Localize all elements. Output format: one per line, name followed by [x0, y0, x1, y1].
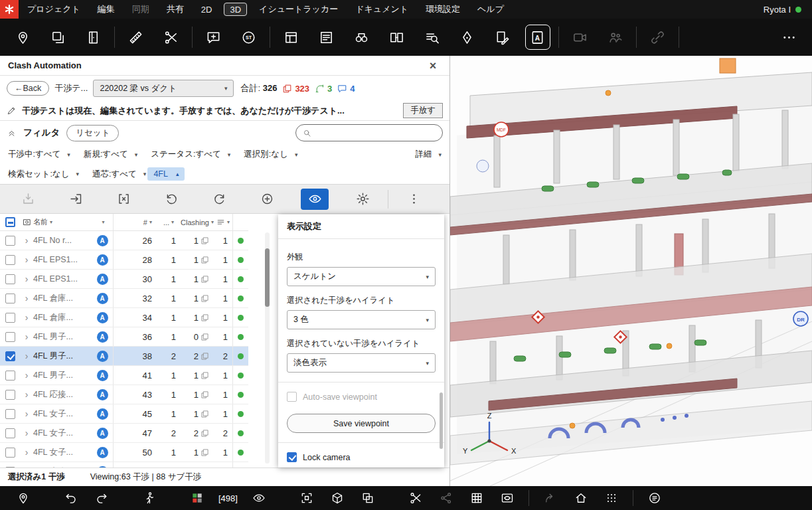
- rotate-cw-button[interactable]: [195, 187, 243, 212]
- menu-item-7[interactable]: ドキュメント: [347, 0, 417, 19]
- unselected-highlight-select[interactable]: 淡色表示▾: [287, 353, 436, 373]
- row-checkbox[interactable]: [5, 255, 15, 265]
- column-grouping[interactable]: ▾: [214, 214, 232, 230]
- close-icon[interactable]: ×: [424, 60, 442, 72]
- table-row[interactable]: ›4FL No r...A26111: [0, 231, 248, 250]
- row-checkbox[interactable]: [5, 351, 15, 361]
- table-row[interactable]: ›4FL EPS1...A28111: [0, 250, 248, 270]
- menu-item-6[interactable]: イシュートラッカー: [250, 0, 347, 19]
- lock-camera-checkbox[interactable]: Lock camera: [287, 452, 436, 462]
- row-expand-chevron[interactable]: ›: [25, 294, 29, 303]
- select-all-checkbox[interactable]: [5, 217, 15, 227]
- visibility-button[interactable]: [291, 187, 339, 212]
- search-list-button[interactable]: [414, 22, 449, 52]
- row-expand-chevron[interactable]: ›: [25, 428, 29, 438]
- row-expand-chevron[interactable]: ›: [25, 255, 29, 264]
- table-row[interactable]: ›4FL 倉庫...A34111: [0, 308, 248, 327]
- scrollbar-thumb[interactable]: [265, 248, 270, 307]
- table-row[interactable]: ›4FL EPS1...A30111: [0, 270, 248, 289]
- table-row[interactable]: ›4FL 男子...A38222: [0, 347, 248, 366]
- search-input[interactable]: [315, 128, 436, 138]
- brackets-x-button[interactable]: [100, 187, 147, 212]
- table-row[interactable]: ›4FL 男子...A36101: [0, 327, 248, 347]
- cube-button[interactable]: [322, 488, 353, 508]
- markup-button[interactable]: [41, 22, 76, 52]
- table-row[interactable]: ›4FL 女子...A50111: [0, 443, 248, 462]
- settings-button[interactable]: [339, 187, 386, 212]
- row-expand-chevron[interactable]: ›: [25, 351, 29, 361]
- add-group-button[interactable]: [243, 187, 291, 212]
- clash-automation-button[interactable]: A: [520, 22, 555, 52]
- table-row[interactable]: ›4FL 男子...A41111: [0, 366, 248, 385]
- sheet-compare-button[interactable]: [379, 22, 414, 52]
- home-button[interactable]: [566, 488, 596, 508]
- issue-list-button[interactable]: [309, 22, 344, 52]
- menu-item-4[interactable]: 2D: [193, 0, 221, 19]
- row-expand-chevron[interactable]: ›: [25, 313, 29, 322]
- binoculars-button[interactable]: [344, 22, 379, 52]
- viewport-3d[interactable]: MDF DR: [450, 56, 812, 486]
- frame-button[interactable]: [291, 488, 322, 508]
- filter-dropdown-2[interactable]: ステータス:すべて▾: [151, 149, 230, 160]
- row-checkbox[interactable]: [5, 236, 15, 246]
- visibility-button[interactable]: [244, 488, 274, 508]
- collapse-filters-icon[interactable]: [7, 128, 17, 138]
- release-button[interactable]: 手放す: [403, 103, 443, 118]
- marker-secondary[interactable]: [477, 160, 489, 172]
- filter-dropdown-0[interactable]: 干渉中:すべて▾: [8, 149, 70, 160]
- table-row[interactable]: ›4FL 倉庫...A32111: [0, 289, 248, 308]
- filter-dropdown2-1[interactable]: 通芯:すべて▾: [92, 169, 146, 180]
- clash-drop-button[interactable]: [449, 22, 485, 52]
- search-box[interactable]: [295, 124, 443, 141]
- filter-dropdown-1[interactable]: 新規:すべて▾: [84, 149, 137, 160]
- add-issue-button[interactable]: [196, 22, 231, 52]
- table-row[interactable]: ›4FL 女子...A45111: [0, 404, 248, 424]
- list-circle-button[interactable]: [639, 488, 670, 508]
- clash-counter[interactable]: [498]: [212, 493, 244, 503]
- table-row[interactable]: ›4FL 女子...A47222: [0, 424, 248, 443]
- marker-mdf[interactable]: MDF: [494, 122, 509, 137]
- grid-button[interactable]: [461, 488, 492, 508]
- menu-item-0[interactable]: プロジェクト: [19, 0, 89, 19]
- menu-item-8[interactable]: 環境設定: [417, 0, 469, 19]
- palette-button[interactable]: [182, 488, 212, 508]
- row-checkbox[interactable]: [5, 428, 15, 438]
- column-badge[interactable]: ▾: [92, 214, 113, 230]
- column-clashing[interactable]: Clashing▾: [181, 214, 214, 230]
- save-viewpoint-button[interactable]: Save viewpoint: [287, 414, 436, 433]
- details-dropdown[interactable]: 詳細▾: [415, 149, 442, 160]
- overlap-button[interactable]: [353, 488, 383, 508]
- more-button[interactable]: [771, 22, 807, 52]
- issue-cube-marker[interactable]: [720, 58, 736, 73]
- autosave-viewpoint-checkbox[interactable]: Auto-save viewpoint: [287, 392, 436, 402]
- marker-dr[interactable]: DR: [793, 311, 808, 326]
- row-expand-chevron[interactable]: ›: [25, 236, 29, 245]
- row-expand-chevron[interactable]: ›: [25, 371, 29, 380]
- door-button[interactable]: [76, 22, 111, 52]
- pin-button[interactable]: [5, 22, 41, 52]
- rotate-ccw-button[interactable]: [147, 187, 195, 212]
- vertical-scrollbar[interactable]: [265, 232, 270, 464]
- section-cut-button[interactable]: [400, 488, 431, 508]
- back-button[interactable]: ←Back: [7, 81, 49, 96]
- level-chip[interactable]: 4FL▴: [147, 167, 185, 181]
- row-checkbox[interactable]: [5, 409, 15, 419]
- filter-dropdown-3[interactable]: 選択別:なし▾: [244, 149, 297, 160]
- section-cut-button[interactable]: [153, 22, 189, 52]
- user-menu[interactable]: Ryota I: [764, 5, 812, 15]
- menu-item-5[interactable]: 3D: [224, 3, 247, 16]
- selected-highlight-select[interactable]: 3 色▾: [287, 310, 436, 329]
- row-checkbox[interactable]: [5, 448, 15, 458]
- sheet-register-button[interactable]: [274, 22, 309, 52]
- column-dots[interactable]: ...▾: [157, 214, 181, 230]
- row-expand-chevron[interactable]: ›: [25, 390, 29, 399]
- row-checkbox[interactable]: [5, 274, 15, 284]
- row-checkbox[interactable]: [5, 390, 15, 400]
- column-number[interactable]: #▾: [127, 214, 157, 230]
- export-button[interactable]: [52, 187, 100, 212]
- row-expand-chevron[interactable]: ›: [25, 448, 29, 457]
- eye-card-button[interactable]: [492, 488, 523, 508]
- grid-dots-button[interactable]: [596, 488, 627, 508]
- app-logo-icon[interactable]: [0, 0, 19, 19]
- reset-filters-button[interactable]: リセット: [66, 125, 119, 141]
